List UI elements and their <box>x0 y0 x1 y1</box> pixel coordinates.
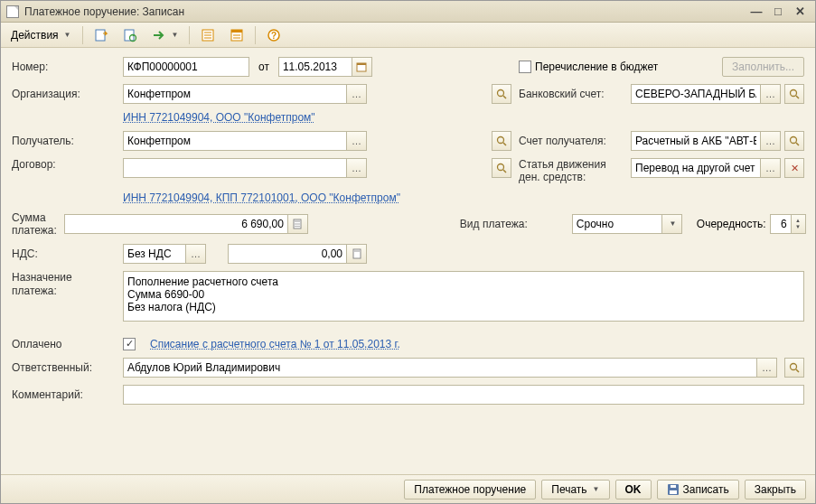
date-input[interactable] <box>278 57 352 77</box>
label-flow-item: Статья движения ден. средств: <box>519 158 627 184</box>
record-button[interactable]: Записать <box>657 480 739 499</box>
bank-account-select-button[interactable]: … <box>761 84 781 104</box>
minimize-button[interactable]: — <box>746 4 766 20</box>
paid-document-link[interactable]: Списание с расчетного счета № 1 от 11.05… <box>150 338 400 350</box>
bank-account-input[interactable] <box>631 84 761 104</box>
svg-rect-38 <box>670 490 677 494</box>
app-window: Платежное поручение: Записан — □ ✕ Дейст… <box>0 0 816 504</box>
svg-point-19 <box>498 137 504 144</box>
row-paid: Оплачено ✓ Списание с расчетного счета №… <box>12 338 804 350</box>
row-org-link: ИНН 7721049904, ООО "Конфетпром" <box>12 111 804 124</box>
fill-button[interactable]: Заполнить... <box>722 57 804 77</box>
vat-sum-calc-button[interactable] <box>347 244 367 264</box>
ok-button[interactable]: OK <box>615 480 652 499</box>
organization-input[interactable] <box>123 84 347 104</box>
recipient-details-link[interactable]: ИНН 7721049904, КПП 772101001, ООО "Конф… <box>123 191 400 204</box>
calendar-button[interactable] <box>352 57 372 77</box>
number-input[interactable] <box>123 57 249 77</box>
responsible-input[interactable] <box>123 358 757 378</box>
svg-point-30 <box>295 226 296 227</box>
refresh-button[interactable] <box>117 25 144 45</box>
report-button[interactable] <box>223 25 250 45</box>
save-icon <box>667 483 680 496</box>
recipient-account-select-button[interactable]: … <box>761 131 781 151</box>
vat-sum-input[interactable] <box>228 244 347 264</box>
payment-type-input[interactable] <box>572 214 662 234</box>
svg-rect-39 <box>671 485 676 488</box>
label-recipient-account: Счет получателя: <box>519 135 627 147</box>
calendar-icon <box>356 61 367 72</box>
label-comment: Комментарий: <box>12 388 116 401</box>
export-icon <box>94 28 108 42</box>
recipient-input[interactable] <box>123 131 347 151</box>
footer: Платежное поручение Печать▼ OK Записать … <box>1 474 815 503</box>
row-recipient-link: ИНН 7721049904, КПП 772101001, ООО "Конф… <box>12 191 804 204</box>
payment-type-dropdown-button[interactable]: ▼ <box>662 214 682 234</box>
vat-type-select-button[interactable]: … <box>186 244 206 264</box>
label-contract: Договор: <box>12 158 116 171</box>
contract-search-button[interactable] <box>492 158 511 178</box>
maximize-button[interactable]: □ <box>768 4 788 20</box>
print-form-button[interactable]: Платежное поручение <box>404 480 536 499</box>
flow-item-input[interactable] <box>631 158 761 178</box>
list-icon <box>201 28 215 42</box>
vat-type-input[interactable] <box>123 244 186 264</box>
comment-input[interactable] <box>123 385 804 405</box>
sum-calc-button[interactable] <box>288 214 308 234</box>
svg-point-29 <box>299 223 300 224</box>
label-budget-transfer: Перечисление в бюджет <box>535 61 658 73</box>
separator <box>82 26 83 44</box>
label-payment-type: Вид платежа: <box>460 218 568 230</box>
organization-details-link[interactable]: ИНН 7721049904, ООО "Конфетпром" <box>123 111 315 124</box>
paid-checkbox[interactable]: ✓ <box>123 338 136 350</box>
row-vat: НДС: … <box>12 244 804 264</box>
contract-input[interactable] <box>123 158 347 178</box>
toolbar: Действия ▼ ▼ ? <box>1 23 815 48</box>
label-priority: Очередность: <box>697 218 766 230</box>
priority-spin-button[interactable]: ▲ ▼ <box>792 214 806 234</box>
flow-item-clear-button[interactable]: ✕ <box>784 158 804 178</box>
purpose-textarea[interactable]: Пополнение расчетного счета Сумма 6690-0… <box>123 271 804 322</box>
organization-select-button[interactable]: … <box>347 84 367 104</box>
document-icon <box>6 5 19 18</box>
label-vat: НДС: <box>12 247 116 260</box>
goto-button[interactable]: ▼ <box>145 25 185 45</box>
organization-search-button[interactable] <box>492 84 511 104</box>
row-purpose: Назначение платежа: Пополнение расчетног… <box>12 271 804 322</box>
responsible-search-button[interactable] <box>784 358 804 378</box>
label-recipient: Получатель: <box>12 135 116 147</box>
titlebar: Платежное поручение: Записан — □ ✕ <box>1 1 815 23</box>
actions-menu-button[interactable]: Действия ▼ <box>5 25 78 45</box>
list-view-button[interactable] <box>194 25 221 45</box>
svg-point-27 <box>295 223 296 224</box>
priority-input[interactable] <box>770 214 792 234</box>
label-payment-sum: Сумма платежа: <box>12 211 57 237</box>
sum-input[interactable] <box>64 214 288 234</box>
row-number: Номер: от Перечисление в бюджет Заполнит… <box>12 57 804 77</box>
help-button[interactable]: ? <box>260 25 287 45</box>
recipient-account-input[interactable] <box>631 131 761 151</box>
close-button[interactable]: Закрыть <box>745 480 806 499</box>
row-contract: Договор: … Статья движения ден. средств:… <box>12 158 804 184</box>
flow-item-select-button[interactable]: … <box>761 158 781 178</box>
row-recipient: Получатель: … Счет получателя: … <box>12 131 804 151</box>
svg-point-17 <box>791 90 797 97</box>
recipient-search-button[interactable] <box>492 131 511 151</box>
responsible-select-button[interactable]: … <box>757 358 777 378</box>
form-content: Номер: от Перечисление в бюджет Заполнит… <box>1 48 815 474</box>
label-from: от <box>258 61 269 73</box>
recipient-select-button[interactable]: … <box>347 131 367 151</box>
contract-select-button[interactable]: … <box>347 158 367 178</box>
print-menu-button[interactable]: Печать▼ <box>541 480 609 499</box>
budget-transfer-checkbox[interactable] <box>519 61 531 73</box>
recipient-account-search-button[interactable] <box>784 131 804 151</box>
svg-point-23 <box>498 164 504 171</box>
magnifier-icon <box>496 135 507 146</box>
close-window-button[interactable]: ✕ <box>790 4 810 20</box>
svg-point-28 <box>297 223 298 224</box>
separator <box>189 26 190 44</box>
svg-rect-26 <box>295 220 300 222</box>
bank-account-search-button[interactable] <box>784 84 804 104</box>
dropdown-icon: ▼ <box>593 485 600 493</box>
export-button[interactable] <box>88 25 115 45</box>
